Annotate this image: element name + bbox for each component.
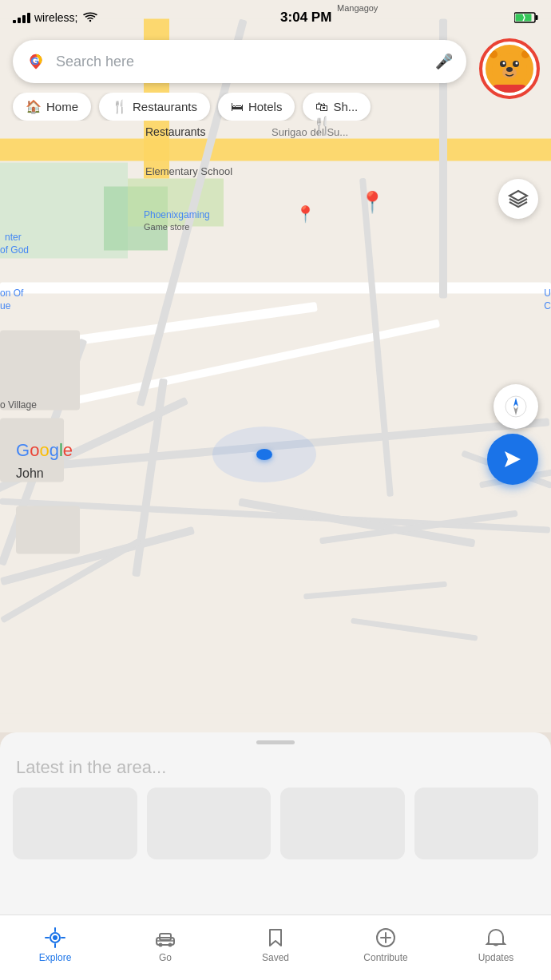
svg-rect-53 (492, 85, 527, 93)
wifi-icon (83, 12, 97, 23)
shopping-chip-label: Sh... (333, 100, 358, 113)
svg-rect-34 (536, 15, 538, 20)
contribute-nav-label: Contribute (363, 952, 407, 963)
svg-point-59 (168, 942, 172, 946)
mic-button[interactable]: 🎤 (433, 50, 455, 73)
restaurant-map-pin: 🍴 (311, 116, 333, 137)
restaurants-map-label: Restaurants (145, 125, 205, 138)
svg-marker-28 (509, 191, 527, 200)
svg-rect-25 (0, 331, 80, 411)
nav-item-contribute[interactable]: Contribute (331, 926, 441, 970)
battery-icon (514, 11, 538, 24)
explore-nav-icon (44, 926, 66, 949)
svg-point-55 (53, 935, 57, 940)
profile-avatar (483, 42, 536, 95)
nav-item-go[interactable]: Go (110, 926, 220, 970)
compass-button[interactable] (494, 384, 538, 429)
saved-nav-icon (264, 926, 287, 949)
google-watermark: Google (16, 440, 73, 461)
map-text-nter: nter (5, 232, 22, 243)
restaurants-chip-label: Restaurants (133, 100, 197, 113)
wifi-icon: wireless; (34, 11, 77, 24)
elementary-school-label: Elementary School (145, 165, 232, 177)
home-chip-label: Home (46, 100, 78, 113)
map-layers-button[interactable] (498, 179, 538, 219)
hotels-chip-label: Hotels (248, 100, 283, 113)
go-nav-icon (154, 926, 176, 949)
updates-nav-label: Updates (478, 952, 514, 963)
john-label: John (16, 466, 44, 481)
map-text-right-c: C (544, 300, 551, 311)
map-text-on-of: on Of (0, 288, 23, 299)
nav-item-updates[interactable]: Updates (441, 926, 551, 970)
shopping-chip-icon: 🛍 (315, 100, 328, 114)
svg-text:G: G (30, 55, 38, 67)
search-placeholder: Search here (56, 54, 433, 70)
svg-rect-27 (16, 506, 80, 554)
svg-rect-4 (0, 139, 551, 161)
map-text-village: o Village (0, 399, 37, 411)
svg-point-52 (506, 67, 513, 72)
map-text-god: of God (0, 244, 29, 256)
phoenix-gaming-sub: Game store (144, 222, 189, 232)
explore-nav-label: Explore (39, 952, 72, 963)
svg-marker-32 (505, 451, 521, 467)
place-card-3[interactable] (280, 788, 405, 859)
hotels-chip-icon: 🛏 (231, 100, 244, 114)
time-display: 3:04 PM (280, 10, 331, 26)
svg-rect-0 (0, 19, 551, 714)
place-card-2[interactable] (147, 788, 272, 859)
surigao-label: Surigao del Su... (272, 126, 348, 138)
go-nav-label: Go (159, 952, 172, 963)
svg-point-49 (503, 62, 505, 65)
green-tree-pin: 📍 (359, 190, 385, 215)
navigate-button[interactable] (487, 434, 538, 485)
place-card-4[interactable] (414, 788, 539, 859)
place-card-1[interactable] (13, 788, 137, 859)
status-right (514, 11, 538, 24)
bottom-navigation: Explore Go Saved Contribute (0, 915, 551, 980)
status-left: wireless; (13, 11, 97, 24)
nav-item-saved[interactable]: Saved (220, 926, 331, 970)
nav-item-explore[interactable]: Explore (0, 926, 110, 970)
restaurants-chip-icon: 🍴 (112, 99, 128, 114)
status-bar: wireless; 3:04 PM (0, 0, 551, 35)
google-maps-logo: G (24, 50, 48, 73)
profile-avatar-container[interactable] (479, 38, 540, 99)
contribute-nav-icon (375, 926, 397, 949)
search-bar[interactable]: G Search here 🎤 (13, 40, 466, 83)
svg-point-44 (490, 50, 497, 58)
home-chip-icon: 🏠 (26, 99, 42, 114)
sheet-title: Latest in the area... (0, 744, 551, 788)
filter-chip-hotels[interactable]: 🛏 Hotels (218, 93, 295, 121)
filter-chip-home[interactable]: 🏠 Home (13, 93, 91, 121)
saved-nav-label: Saved (262, 952, 289, 963)
filter-chip-restaurants[interactable]: 🍴 Restaurants (99, 93, 210, 121)
svg-point-45 (521, 50, 529, 58)
updates-nav-icon (485, 926, 507, 949)
bottom-sheet: Latest in the area... (0, 732, 551, 916)
svg-rect-6 (0, 283, 551, 294)
svg-point-58 (159, 942, 163, 946)
signal-icon (13, 12, 30, 23)
map-text-right-u: U (544, 288, 551, 299)
map-text-ue: ue (0, 300, 10, 311)
filter-chips-row: 🏠 Home 🍴 Restaurants 🛏 Hotels 🛍 Sh... (0, 93, 551, 121)
place-cards-row (0, 788, 551, 875)
svg-point-50 (516, 62, 518, 65)
phoenix-pin: 📍 (295, 204, 315, 224)
phoenix-gaming-label[interactable]: Phoenixgaming (144, 209, 210, 220)
